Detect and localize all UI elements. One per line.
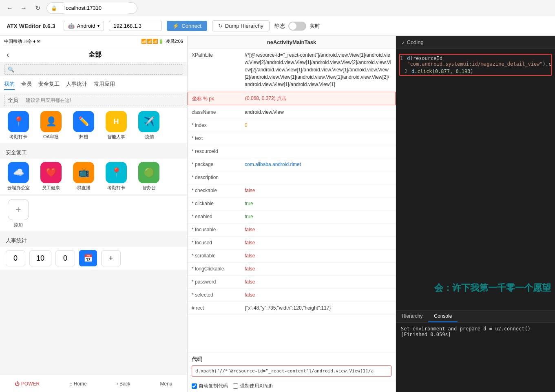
properties-scroll[interactable]: XPathLite //*[@resource-id="_react-conte… xyxy=(188,49,396,352)
dump-hierarchy-button[interactable]: ↻ Dump Hierarchy xyxy=(212,20,270,31)
tab-all[interactable]: 全员 xyxy=(21,79,32,90)
code-section: 代码 d.xpath('//*[@resource-id="_react-con… xyxy=(188,352,396,380)
watermark: 会：许下我第一千零一个愿望 xyxy=(434,282,551,294)
phone-content[interactable]: ‹ 全部 🔍 我的 全员 安全复工 人事统计 常用应用 全员 建议常用应用都在这… xyxy=(0,47,187,375)
prop-key-scrollable: * scrollable xyxy=(192,252,245,259)
prop-key-longclickable: * longClickable xyxy=(192,265,245,272)
section1-title: 全员 建议常用应用都在这! xyxy=(4,95,183,106)
tab-row: 我的 全员 安全复工 人事统计 常用应用 xyxy=(0,76,187,93)
main-layout: 中国移动 .ill令 ♦ ✉ 📶📶📶🔋 凌晨2:06 ‹ 全部 🔍 我的 全员 … xyxy=(0,36,555,392)
prop-resourceid: * resourceId xyxy=(188,145,396,158)
app-smart-office-icon: 🟢 xyxy=(138,162,159,183)
dump-label: Dump Hierarchy xyxy=(225,23,263,29)
app-attendance-icon: 📍 xyxy=(8,111,29,132)
app-health-label: 员工健康 xyxy=(42,185,60,191)
url-input[interactable] xyxy=(60,2,133,14)
app-archive-label: 归档 xyxy=(79,134,88,140)
tab-common[interactable]: 常用应用 xyxy=(94,79,115,90)
prop-key-checkable: * checkable xyxy=(192,187,245,193)
ip-input[interactable] xyxy=(109,21,162,31)
android-selector-button[interactable]: 🤖 Android ▾ xyxy=(64,21,104,31)
app-live[interactable]: 📺 群直播 xyxy=(69,162,98,191)
prop-key-focusable: * focusable xyxy=(192,226,245,233)
prop-val-password: false xyxy=(245,278,391,286)
prop-password: * password false xyxy=(188,276,396,289)
app-attendance[interactable]: 📍 考勤打卡 xyxy=(4,111,33,140)
force-xpath-checkbox[interactable]: 强制使用XPath xyxy=(233,383,273,390)
prop-val-coords: (0.068, 0.372) 点击 xyxy=(245,95,391,102)
home-button[interactable]: ⌂ Home xyxy=(69,381,87,387)
tab-hr[interactable]: 人事统计 xyxy=(66,79,87,90)
prop-description: * description xyxy=(188,171,396,184)
app-oa[interactable]: 👤 OA审批 xyxy=(37,111,65,140)
android-icon: 🤖 xyxy=(68,23,75,29)
prop-key-text: * text xyxy=(192,135,245,141)
code-highlight-box: 1 d(resourceId "com.android.systemui:id/… xyxy=(399,54,552,76)
stats-row: 0 10 0 📅 + xyxy=(0,247,187,270)
prop-val-scrollable: false xyxy=(245,252,391,259)
prop-val-focused: false xyxy=(245,239,391,246)
tab-safety[interactable]: 安全复工 xyxy=(38,79,60,90)
menu-button[interactable]: Menu xyxy=(160,381,172,387)
prop-package: * package com.alibaba.android.rimet xyxy=(188,158,396,171)
prop-key-coords: 坐标 % px xyxy=(192,95,245,102)
prop-key-package: * package xyxy=(192,161,245,167)
force-xpath-input[interactable] xyxy=(233,383,238,389)
forward-button[interactable]: → xyxy=(19,3,29,13)
reload-button[interactable]: ↻ xyxy=(33,3,42,13)
app-travel[interactable]: ✈️ ·疫情 xyxy=(135,111,163,140)
console-line-2: [Finished 0.059s] xyxy=(401,332,550,337)
console-area: Hierarchy Console Set environment and pr… xyxy=(396,310,555,392)
line-num-1: 1 xyxy=(400,55,407,61)
phone-nav-header: ‹ 全部 xyxy=(0,47,187,63)
app-archive[interactable]: ✏️ 归档 xyxy=(69,111,98,140)
section2-title: 安全复工 xyxy=(0,145,187,159)
status-time: 凌晨2:06 xyxy=(166,38,183,44)
app-health-icon: ❤️ xyxy=(40,162,62,183)
coding-header: ♪ Coding xyxy=(396,36,555,49)
app-health[interactable]: ❤️ 员工健康 xyxy=(37,162,65,191)
connect-button[interactable]: ⚡ Connect xyxy=(167,21,207,31)
app-smart-hr[interactable]: H 智能人事 xyxy=(102,111,130,140)
app-archive-icon: ✏️ xyxy=(73,111,94,132)
back-button[interactable]: ← xyxy=(5,3,15,13)
auto-copy-input[interactable] xyxy=(192,383,197,389)
console-content: Set environment and prepare d = u2.conne… xyxy=(396,323,555,341)
app-attendance2-label: 考勤打卡 xyxy=(107,185,125,191)
properties-header: neActivityMainTask xyxy=(188,36,396,49)
tab-my[interactable]: 我的 xyxy=(4,79,15,90)
back-hw-button[interactable]: ‹ Back xyxy=(117,381,130,387)
search-bar[interactable]: 🔍 xyxy=(4,64,183,75)
add-button[interactable]: + 添加 xyxy=(4,199,33,228)
app-attendance-label: 考勤打卡 xyxy=(9,134,27,140)
tab-hierarchy[interactable]: Hierarchy xyxy=(396,311,428,322)
code-lines-area: 1 d(resourceId "com.android.systemui:id/… xyxy=(396,49,555,81)
prop-val-package: com.alibaba.android.rimet xyxy=(245,161,391,168)
tab-console[interactable]: Console xyxy=(428,311,458,322)
prop-classname: className android.view.View xyxy=(188,106,396,119)
code-editor: 1 d(resourceId "com.android.systemui:id/… xyxy=(396,49,555,310)
app-cloud-office-label: 云端办公室 xyxy=(7,185,30,191)
stat-1: 10 xyxy=(29,250,51,266)
auto-copy-checkbox[interactable]: 自动复制代码 xyxy=(192,383,228,390)
line-num-2: 2 xyxy=(400,69,411,74)
app-live-label: 群直播 xyxy=(77,185,91,191)
phone-status-bar: 中国移动 .ill令 ♦ ✉ 📶📶📶🔋 凌晨2:06 xyxy=(0,36,187,47)
prop-key-classname: className xyxy=(192,109,245,115)
prop-key-resourceid: * resourceId xyxy=(192,148,245,154)
prop-val-longclickable: false xyxy=(245,265,391,272)
app-attendance2[interactable]: 📍 考勤打卡 xyxy=(102,162,130,191)
browser-bar: ← → ↻ 🔒 xyxy=(0,0,555,16)
refresh-icon: ↻ xyxy=(218,23,223,29)
app-cloud-office[interactable]: ☁️ 云端办公室 xyxy=(4,162,33,191)
prop-val-focusable: false xyxy=(245,226,391,233)
prop-val-checkable: false xyxy=(245,187,391,194)
power-button[interactable]: ⏻ POWER xyxy=(15,381,40,387)
app-smart-office-label: 智办公 xyxy=(142,185,156,191)
stat-plus[interactable]: + xyxy=(101,250,121,266)
code-box: d.xpath('//*[@resource-id="_react-conten… xyxy=(192,365,391,376)
calendar-icon[interactable]: 📅 xyxy=(79,250,97,266)
hint-text: 建议常用应用都在这! xyxy=(20,97,77,106)
app-smart-office[interactable]: 🟢 智办公 xyxy=(135,162,163,191)
toggle-switch[interactable] xyxy=(288,22,306,31)
